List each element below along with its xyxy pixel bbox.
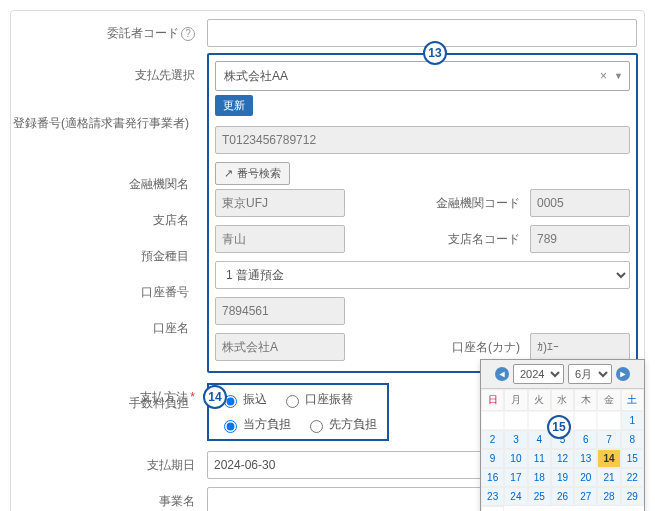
cal-next-button[interactable]: ► [616, 367, 630, 381]
cal-day[interactable]: 27 [574, 487, 597, 506]
label-business-name: 事業名 [17, 493, 207, 510]
callout-15: 15 [547, 415, 571, 439]
cal-day[interactable]: 29 [621, 487, 644, 506]
cal-month-select[interactable]: 6月 [568, 364, 612, 384]
label-bank-code: 金融機関コード [430, 195, 530, 212]
cal-day[interactable]: 25 [528, 487, 551, 506]
number-search-button[interactable]: ↗ 番号検索 [215, 162, 290, 185]
label-reg-number: 登録番号(適格請求書発行事業者) [11, 115, 201, 132]
callout-13: 13 [423, 41, 447, 65]
consignor-code-input[interactable] [207, 19, 637, 47]
cal-day[interactable]: 21 [597, 468, 620, 487]
cal-day[interactable]: 1 [621, 411, 644, 430]
cal-day-empty [574, 411, 597, 430]
bank-name-input [215, 189, 345, 217]
cal-day[interactable]: 14 [597, 449, 620, 468]
label-branch-code: 支店名コード [430, 231, 530, 248]
cal-day[interactable]: 11 [528, 449, 551, 468]
label-account-name: 口座名 [11, 320, 201, 337]
cal-day[interactable]: 20 [574, 468, 597, 487]
cal-day[interactable]: 2 [481, 430, 504, 449]
label-account-name-kana: 口座名(カナ) [430, 339, 530, 356]
cal-prev-button[interactable]: ◄ [495, 367, 509, 381]
payee-selected-value: 株式会社AA [224, 68, 288, 85]
cal-day[interactable]: 10 [504, 449, 527, 468]
cal-day-empty [504, 411, 527, 430]
external-link-icon: ↗ [224, 167, 233, 180]
account-number-input [215, 297, 345, 325]
help-icon[interactable]: ? [181, 27, 195, 41]
cal-dow: 金 [597, 389, 620, 411]
label-account-type: 預金種目 [11, 248, 201, 265]
cal-day[interactable]: 12 [551, 449, 574, 468]
label-fee-bearer: 手数料負担 [11, 395, 201, 412]
cal-day[interactable]: 26 [551, 487, 574, 506]
cal-day[interactable]: 18 [528, 468, 551, 487]
radio-fee-theirs[interactable]: 先方負担 [305, 416, 377, 433]
cal-dow: 木 [574, 389, 597, 411]
cal-day[interactable]: 3 [504, 430, 527, 449]
cal-day[interactable]: 7 [597, 430, 620, 449]
cal-dow: 日 [481, 389, 504, 411]
branch-code-input [530, 225, 630, 253]
cal-dow: 月 [504, 389, 527, 411]
cal-day[interactable]: 30 [481, 506, 504, 511]
cal-day[interactable]: 17 [504, 468, 527, 487]
label-account-number: 口座番号 [11, 284, 201, 301]
bank-code-input [530, 189, 630, 217]
pay-method-box: 振込 口座振替 当方負担 先方負担 [207, 383, 389, 441]
cal-year-select[interactable]: 2024 [513, 364, 564, 384]
cal-day[interactable]: 13 [574, 449, 597, 468]
cal-day[interactable]: 4 [528, 430, 551, 449]
cal-day[interactable]: 16 [481, 468, 504, 487]
callout-14: 14 [203, 385, 227, 409]
radio-fee-ours[interactable]: 当方負担 [219, 416, 291, 433]
clear-icon[interactable]: × [600, 69, 607, 83]
cal-day-empty [481, 411, 504, 430]
cal-day[interactable]: 6 [574, 430, 597, 449]
payee-select[interactable]: 株式会社AA × ▼ [215, 61, 630, 91]
label-pay-due: 支払期日 [17, 457, 207, 474]
account-type-select[interactable]: 1 普通預金 [215, 261, 630, 289]
cal-day-empty [597, 411, 620, 430]
cal-day[interactable]: 23 [481, 487, 504, 506]
pay-due-input[interactable] [207, 451, 487, 479]
account-name-input [215, 333, 345, 361]
cal-day[interactable]: 22 [621, 468, 644, 487]
label-payee-select: 支払先選択 [17, 51, 207, 84]
business-name-input[interactable] [207, 487, 487, 511]
update-badge[interactable]: 更新 [215, 95, 253, 116]
label-branch-name: 支店名 [11, 212, 201, 229]
cal-day[interactable]: 15 [621, 449, 644, 468]
reg-number-input [215, 126, 630, 154]
cal-dow: 水 [551, 389, 574, 411]
cal-day[interactable]: 8 [621, 430, 644, 449]
cal-day[interactable]: 9 [481, 449, 504, 468]
cal-day[interactable]: 28 [597, 487, 620, 506]
label-bank-name: 金融機関名 [11, 176, 201, 193]
cal-dow: 土 [621, 389, 644, 411]
label-consignor-code: 委託者コード? [17, 25, 207, 42]
radio-debit[interactable]: 口座振替 [281, 391, 353, 408]
cal-dow: 火 [528, 389, 551, 411]
branch-name-input [215, 225, 345, 253]
payee-highlight-box: 株式会社AA × ▼ 更新 ↗ 番号検索 [207, 53, 638, 373]
cal-day[interactable]: 24 [504, 487, 527, 506]
chevron-down-icon[interactable]: ▼ [614, 71, 623, 81]
cal-day[interactable]: 19 [551, 468, 574, 487]
account-name-kana-input [530, 333, 630, 361]
